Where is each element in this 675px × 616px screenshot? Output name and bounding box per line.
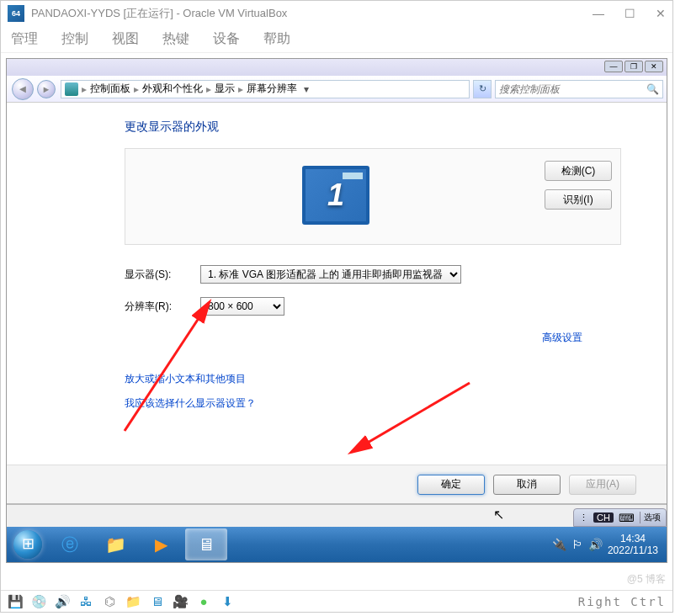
resolution-label: 分辨率(R): — [125, 300, 200, 314]
recording-icon[interactable]: 🎥 — [173, 594, 188, 609]
virtualbox-icon: 64 — [8, 5, 24, 22]
chevron-right-icon: ▸ — [82, 83, 87, 95]
maximize-button[interactable]: ☐ — [625, 7, 635, 20]
svg-line-0 — [125, 303, 209, 431]
vb-menu-view[interactable]: 视图 — [112, 30, 139, 48]
taskbar-control-panel[interactable]: 🖥 — [185, 528, 227, 560]
cp-navbar: ◄ ► ▸ 控制面板 ▸ 外观和个性化 ▸ 显示 ▸ 屏幕分辨率 ▾ ↻ — [7, 76, 667, 103]
vb-menu-hotkeys[interactable]: 热键 — [162, 30, 189, 48]
cancel-button[interactable]: 取消 — [493, 475, 561, 495]
page-title: 更改显示器的外观 — [40, 119, 633, 135]
vb-menu-manage[interactable]: 管理 — [11, 30, 38, 48]
ime-handle-icon[interactable]: ⋮ — [579, 512, 588, 523]
network-icon[interactable]: 🖧 — [78, 594, 93, 609]
chevron-right-icon: ▸ — [206, 83, 211, 95]
windows-taskbar: ⓔ 📁 ▶ 🖥 🔌 🏳 🔊 14:34 2022/11/13 — [7, 527, 667, 562]
power-icon[interactable]: 🔌 — [552, 538, 566, 551]
bc-display[interactable]: 显示 — [215, 82, 235, 96]
watermark: @5 博客 — [627, 572, 666, 587]
bc-appearance[interactable]: 外观和个性化 — [142, 82, 203, 96]
hard-disk-icon[interactable]: 💾 — [8, 594, 23, 609]
search-box[interactable]: 🔍 — [495, 80, 663, 98]
taskbar-explorer[interactable]: 📁 — [94, 528, 136, 560]
keyboard-capture-icon[interactable]: ⬇ — [220, 594, 235, 609]
vb-menu-help[interactable]: 帮助 — [263, 30, 290, 48]
vb-window-title: PANDAOXI-YYDS [正在运行] - Oracle VM Virtual… — [31, 6, 593, 21]
volume-icon[interactable]: 🔊 — [588, 538, 603, 551]
close-button[interactable]: ✕ — [656, 7, 666, 20]
dialog-footer: 确定 取消 应用(A) — [7, 465, 667, 503]
cp-body: 更改显示器的外观 1 检测(C) 识别(I) 显示器(S): 1. 标准 VGA… — [7, 103, 667, 465]
audio-icon[interactable]: 🔊 — [55, 594, 70, 609]
minimize-button[interactable]: — — [593, 7, 604, 20]
cursor-icon: ↖ — [493, 507, 504, 523]
display-select[interactable]: 1. 标准 VGA 图形适配器 上的 通用非即插即用监视器 — [200, 265, 461, 284]
breadcrumb-dropdown[interactable]: ▾ — [300, 83, 312, 95]
chevron-right-icon: ▸ — [238, 83, 243, 95]
taskbar-clock[interactable]: 14:34 2022/11/13 — [608, 533, 658, 557]
cp-maximize-button[interactable]: ❐ — [625, 61, 643, 72]
action-center-icon[interactable]: 🏳 — [571, 538, 583, 551]
taskbar-ie[interactable]: ⓔ — [49, 528, 91, 560]
nav-forward-button[interactable]: ► — [37, 80, 56, 98]
ime-options-button[interactable]: 选项 — [640, 512, 661, 523]
nav-back-button[interactable]: ◄ — [12, 78, 34, 100]
windows-logo-icon — [13, 530, 42, 559]
optical-disc-icon[interactable]: 💿 — [31, 594, 46, 609]
monitor-preview-box: 1 检测(C) 识别(I) — [125, 148, 621, 245]
search-icon[interactable]: 🔍 — [646, 83, 659, 95]
ok-button[interactable]: 确定 — [417, 475, 485, 495]
vb-statusbar: 💾 💿 🔊 🖧 ⌬ 📁 🖥 🎥 ● ⬇ Right Ctrl — [1, 590, 672, 612]
identify-button[interactable]: 识别(I) — [545, 189, 612, 210]
shared-folders-icon[interactable]: 📁 — [125, 594, 141, 609]
chevron-right-icon: ▸ — [134, 83, 139, 95]
start-button[interactable] — [8, 528, 47, 561]
cp-minimize-button[interactable]: — — [604, 61, 623, 72]
bc-resolution[interactable]: 屏幕分辨率 — [247, 82, 297, 96]
apply-button[interactable]: 应用(A) — [569, 475, 636, 495]
text-size-link[interactable]: 放大或缩小文本和其他项目 — [125, 373, 246, 385]
display-icon[interactable]: 🖥 — [149, 594, 164, 609]
refresh-button[interactable]: ↻ — [473, 80, 492, 98]
ime-toolbar[interactable]: ⋮ CH ⌨ 选项 — [573, 508, 667, 527]
vb-menu-control[interactable]: 控制 — [61, 30, 88, 48]
control-panel-window: — ❐ ✕ ◄ ► ▸ 控制面板 ▸ 外观和个性化 ▸ 显示 ▸ 屏幕分辨率 ▾ — [7, 59, 667, 505]
clock-time: 14:34 — [608, 533, 658, 544]
help-link[interactable]: 我应该选择什么显示器设置？ — [125, 397, 256, 409]
host-key-indicator: Right Ctrl — [578, 595, 666, 608]
control-panel-icon — [65, 82, 78, 96]
usb-icon[interactable]: ⌬ — [102, 594, 117, 609]
vb-menu-devices[interactable]: 设备 — [213, 30, 240, 48]
bc-control-panel[interactable]: 控制面板 — [90, 82, 130, 96]
annotation-arrow — [116, 296, 226, 439]
taskbar-media-player[interactable]: ▶ — [140, 528, 182, 560]
vb-menubar: 管理 控制 视图 热键 设备 帮助 — [1, 26, 672, 53]
advanced-settings-link[interactable]: 高级设置 — [542, 332, 582, 343]
monitor-preview[interactable]: 1 — [302, 166, 369, 225]
breadcrumb[interactable]: ▸ 控制面板 ▸ 外观和个性化 ▸ 显示 ▸ 屏幕分辨率 ▾ — [61, 80, 470, 98]
cp-window-controls: — ❐ ✕ — [7, 59, 667, 76]
clock-date: 2022/11/13 — [608, 544, 658, 556]
vb-titlebar: 64 PANDAOXI-YYDS [正在运行] - Oracle VM Virt… — [1, 1, 672, 26]
display-label: 显示器(S): — [125, 268, 200, 282]
guest-display: — ❐ ✕ ◄ ► ▸ 控制面板 ▸ 外观和个性化 ▸ 显示 ▸ 屏幕分辨率 ▾ — [6, 58, 667, 563]
system-tray: 🔌 🏳 🔊 14:34 2022/11/13 — [552, 533, 665, 557]
status-icon[interactable]: ● — [196, 594, 211, 609]
search-input[interactable] — [499, 83, 646, 95]
ime-language-indicator[interactable]: CH — [593, 512, 614, 523]
keyboard-icon[interactable]: ⌨ — [619, 512, 635, 524]
cp-close-button[interactable]: ✕ — [645, 61, 663, 72]
detect-button[interactable]: 检测(C) — [545, 161, 612, 181]
monitor-number: 1 — [327, 178, 344, 213]
resolution-select[interactable]: 800 × 600 — [200, 297, 284, 316]
virtualbox-window: 64 PANDAOXI-YYDS [正在运行] - Oracle VM Virt… — [0, 0, 673, 613]
